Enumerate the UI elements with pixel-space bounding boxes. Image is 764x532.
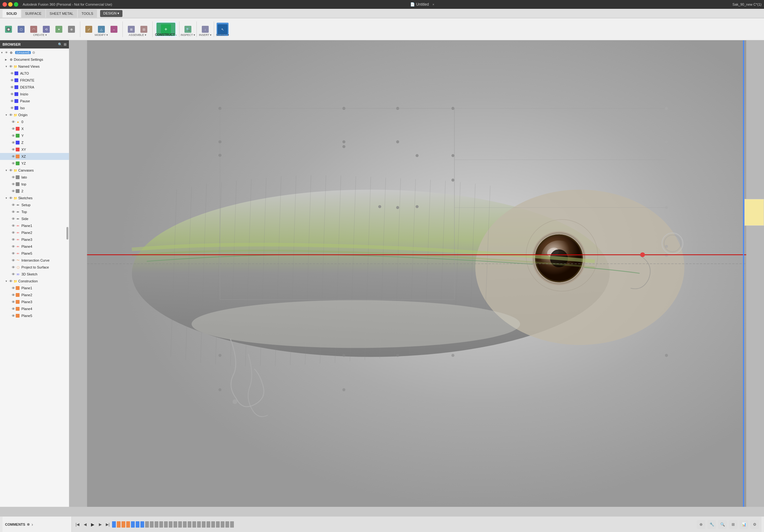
tl-marker-22[interactable]: [211, 521, 215, 528]
tree-const-plane4[interactable]: 👁 Plane4: [0, 305, 69, 312]
timeline-last-btn[interactable]: ▶|: [104, 521, 111, 528]
destra-eye[interactable]: 👁: [10, 85, 14, 89]
create-btn-6[interactable]: ⊕: [66, 23, 78, 36]
tl-marker-6[interactable]: [136, 521, 139, 528]
sketches-eye[interactable]: 👁: [9, 196, 13, 200]
close-button[interactable]: [3, 2, 7, 7]
tl-marker-5[interactable]: [131, 521, 135, 528]
tl-marker-18[interactable]: [192, 521, 196, 528]
origin-z-eye[interactable]: 👁: [11, 141, 15, 144]
canvas-lato-eye[interactable]: 👁: [11, 175, 15, 179]
canvas-2-eye[interactable]: 👁: [11, 189, 15, 193]
sidebar-scrollbar[interactable]: [67, 227, 68, 240]
fronte-eye[interactable]: 👁: [10, 79, 14, 82]
tab-tools[interactable]: TOOLS: [78, 9, 97, 18]
tab-surface[interactable]: SURFACE: [21, 9, 45, 18]
iso-eye[interactable]: 👁: [10, 106, 14, 110]
canvases-arrow[interactable]: ▼: [5, 169, 9, 172]
tree-origin-x[interactable]: 👁 X: [0, 125, 69, 132]
origin-arrow[interactable]: ▼: [5, 114, 9, 116]
canvases-eye[interactable]: 👁: [9, 168, 13, 172]
tl-marker-24[interactable]: [221, 521, 225, 528]
tree-view-iso[interactable]: 👁 Iso: [0, 104, 69, 111]
tl-marker-13[interactable]: [169, 521, 172, 528]
const-plane5-eye[interactable]: 👁: [11, 314, 15, 318]
tree-const-plane2[interactable]: 👁 Plane2: [0, 291, 69, 298]
tree-construction[interactable]: ▼ 👁 📁 Construction: [0, 278, 69, 284]
construction-arrow[interactable]: ▼: [5, 280, 9, 283]
const-plane4-eye[interactable]: 👁: [11, 307, 15, 311]
sketch-plane2-eye[interactable]: 👁: [11, 231, 15, 235]
minimize-button[interactable]: [8, 2, 13, 7]
project-eye[interactable]: 👁: [11, 266, 15, 269]
timeline-prev-btn[interactable]: ◀: [82, 521, 88, 528]
main-canvas[interactable]: [69, 40, 764, 507]
tree-root[interactable]: ▼ ⚙ (Unsaved) ⚙: [0, 49, 69, 56]
create-btn-2[interactable]: ⬡: [15, 23, 27, 36]
origin-xz-eye[interactable]: 👁: [11, 155, 15, 158]
inizio-eye[interactable]: 👁: [10, 92, 14, 96]
alto-eye[interactable]: 👁: [10, 72, 14, 75]
const-plane3-eye[interactable]: 👁: [11, 300, 15, 304]
sketch-top-eye[interactable]: 👁: [11, 210, 15, 214]
origin-xy-eye[interactable]: 👁: [11, 148, 15, 151]
pause-eye[interactable]: 👁: [10, 99, 14, 103]
tl-marker-17[interactable]: [188, 521, 191, 528]
tl-marker-12[interactable]: [164, 521, 168, 528]
tl-marker-9[interactable]: [150, 521, 154, 528]
tl-marker-3[interactable]: [121, 521, 125, 528]
tl-marker-8[interactable]: [145, 521, 149, 528]
tree-const-plane1[interactable]: 👁 Plane1: [0, 284, 69, 291]
tab-solid[interactable]: SOLID: [3, 9, 21, 18]
tab-sheet-metal[interactable]: SHEET METAL: [46, 9, 77, 18]
tree-sketch-top[interactable]: 👁 ✏ Top: [0, 208, 69, 215]
tree-sketch-plane1[interactable]: 👁 ✏ Plane1: [0, 222, 69, 229]
tl-marker-15[interactable]: [178, 521, 182, 528]
maximize-button[interactable]: [14, 2, 18, 7]
intersection-eye[interactable]: 👁: [11, 259, 15, 262]
tree-view-inizio[interactable]: 👁 Inizio: [0, 90, 69, 97]
root-collapse-arrow[interactable]: ▼: [1, 51, 4, 54]
tree-sketch-plane5[interactable]: 👁 ✏ Plane5: [0, 250, 69, 257]
tl-marker-21[interactable]: [207, 521, 210, 528]
rt-icon-3[interactable]: 🔍: [718, 520, 727, 529]
tree-view-pause[interactable]: 👁 Pause: [0, 97, 69, 104]
rt-icon-5[interactable]: 📊: [739, 520, 748, 529]
origin-y-eye[interactable]: 👁: [11, 134, 15, 137]
timeline-track[interactable]: [112, 521, 695, 528]
timeline-play-btn[interactable]: ▶: [90, 521, 96, 528]
tree-view-destra[interactable]: 👁 DESTRA: [0, 84, 69, 90]
tl-marker-19[interactable]: [197, 521, 201, 528]
design-toggle[interactable]: DESIGN ▾: [100, 10, 122, 17]
tree-origin-xz[interactable]: 👁 XZ: [0, 153, 69, 160]
tree-sketch-plane3[interactable]: 👁 ✏ Plane3: [0, 236, 69, 243]
tl-marker-14[interactable]: [173, 521, 177, 528]
tree-sketch-plane2[interactable]: 👁 ✏ Plane2: [0, 229, 69, 236]
tree-sketch-setup[interactable]: 👁 ✏ Setup: [0, 202, 69, 208]
tl-marker-4[interactable]: [126, 521, 130, 528]
tl-marker-16[interactable]: [183, 521, 187, 528]
tree-sketch-project[interactable]: 👁 ⬡ Project to Surface: [0, 264, 69, 271]
doc-settings-arrow[interactable]: ▶: [5, 58, 9, 61]
construction-eye[interactable]: 👁: [9, 279, 13, 283]
modify-btn-1[interactable]: ⤢: [83, 23, 95, 36]
browser-expand-icon[interactable]: ⊞: [64, 43, 67, 47]
root-eye-icon[interactable]: [4, 51, 8, 55]
named-views-eye-icon[interactable]: 👁: [9, 65, 13, 68]
tree-origin-yz[interactable]: 👁 YZ: [0, 160, 69, 167]
comments-expand-btn[interactable]: ›: [32, 522, 33, 527]
create-btn-1[interactable]: 🔲: [3, 23, 15, 36]
sketches-arrow[interactable]: ▼: [5, 197, 9, 200]
rt-icon-1[interactable]: ⊕: [697, 520, 705, 529]
timeline-next-btn[interactable]: ▶: [97, 521, 103, 528]
tree-canvas-top[interactable]: 👁 top: [0, 181, 69, 188]
tree-named-views[interactable]: ▼ 👁 📁 Named Views: [0, 63, 69, 70]
rt-icon-4[interactable]: ⊞: [729, 520, 738, 529]
tree-const-plane5[interactable]: 👁 Plane5: [0, 312, 69, 319]
tl-marker-23[interactable]: [216, 521, 220, 528]
tree-origin-z[interactable]: 👁 Z: [0, 139, 69, 146]
rt-icon-2[interactable]: 🔧: [707, 520, 716, 529]
tree-canvas-2[interactable]: 👁 2: [0, 188, 69, 195]
named-views-arrow[interactable]: ▼: [5, 65, 9, 68]
tree-canvases[interactable]: ▼ 👁 📁 Canvases: [0, 167, 69, 174]
